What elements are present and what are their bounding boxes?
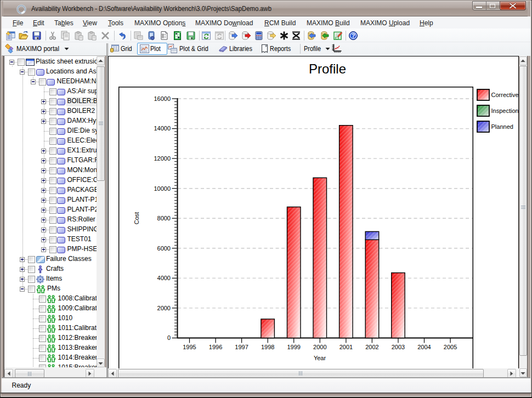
svg-text:2002: 2002 — [365, 344, 378, 350]
svg-text:1995: 1995 — [183, 344, 196, 350]
svg-text:1999: 1999 — [287, 344, 300, 350]
svg-text:1998: 1998 — [261, 344, 274, 350]
svg-text:Cost: Cost — [133, 212, 140, 225]
svg-text:Year: Year — [314, 355, 326, 361]
svg-text:2001: 2001 — [339, 344, 353, 350]
svg-text:2003: 2003 — [392, 344, 405, 350]
svg-text:2005: 2005 — [444, 344, 457, 350]
svg-text:4000: 4000 — [157, 275, 171, 281]
svg-text:Corrective: Corrective — [491, 92, 519, 98]
svg-text:8000: 8000 — [157, 215, 171, 221]
svg-text:10000: 10000 — [154, 185, 171, 192]
svg-text:Inspection: Inspection — [491, 107, 519, 114]
svg-text:?: ? — [352, 32, 355, 39]
svg-text:16000: 16000 — [154, 95, 171, 102]
svg-text:1997: 1997 — [235, 344, 248, 350]
svg-text:0: 0 — [167, 334, 171, 341]
svg-text:6000: 6000 — [157, 245, 171, 252]
svg-text:Profile: Profile — [309, 61, 346, 76]
svg-text:2004: 2004 — [417, 344, 431, 350]
svg-text:2000: 2000 — [313, 344, 326, 350]
svg-text:12000: 12000 — [154, 155, 171, 162]
svg-text:Planned: Planned — [491, 123, 513, 130]
svg-text:2000: 2000 — [157, 305, 171, 311]
svg-text:1996: 1996 — [209, 344, 222, 350]
svg-text:14000: 14000 — [154, 125, 171, 132]
